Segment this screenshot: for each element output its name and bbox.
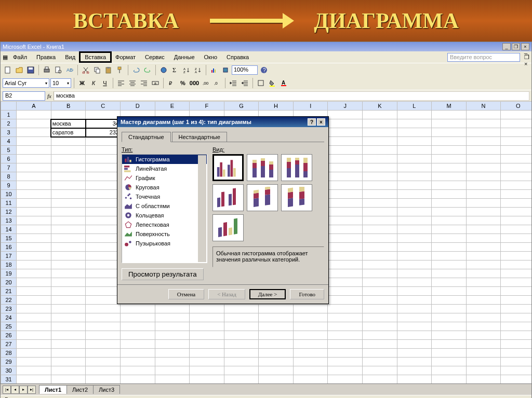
cell-F24[interactable]: [190, 313, 224, 322]
subtype-3d-stacked-column[interactable]: [247, 184, 278, 211]
tab-custom[interactable]: Нестандартные: [172, 132, 227, 142]
cell-M26[interactable]: [432, 331, 467, 340]
cell-O10[interactable]: [501, 190, 531, 199]
cell-C9[interactable]: [86, 181, 121, 190]
cell-C22[interactable]: [86, 296, 121, 305]
cell-K7[interactable]: [363, 163, 397, 172]
maximize-button[interactable]: ❐: [512, 43, 520, 50]
cell-K17[interactable]: [363, 252, 397, 260]
hyperlink-icon[interactable]: [158, 65, 169, 75]
align-center-icon[interactable]: [127, 78, 138, 88]
cell-B18[interactable]: [51, 260, 86, 269]
cell-M15[interactable]: [432, 234, 467, 243]
undo-icon[interactable]: [131, 65, 141, 75]
cell-E31[interactable]: [155, 375, 190, 384]
cell-E23[interactable]: [155, 305, 190, 313]
sheet-tab-1[interactable]: Лист1: [39, 385, 67, 394]
cell-A1[interactable]: [17, 111, 51, 119]
cell-B10[interactable]: [51, 190, 86, 199]
cell-D23[interactable]: [120, 305, 155, 313]
cell-O18[interactable]: [501, 260, 531, 269]
menu-file[interactable]: Файл: [9, 53, 31, 61]
type-bubble[interactable]: Пузырьковая: [122, 239, 207, 248]
cell-L3[interactable]: [397, 128, 432, 137]
cell-A24[interactable]: [17, 313, 51, 322]
cell-N27[interactable]: [466, 340, 501, 349]
font-size-combo[interactable]: 10: [50, 78, 71, 88]
cell-K21[interactable]: [363, 287, 397, 296]
bold-icon[interactable]: Ж: [77, 78, 87, 88]
cell-D26[interactable]: [120, 331, 155, 340]
cell-J29[interactable]: [328, 358, 363, 366]
cell-H25[interactable]: [259, 322, 294, 331]
cell-O11[interactable]: [501, 199, 531, 208]
cell-A14[interactable]: [17, 225, 51, 234]
cell-H30[interactable]: [259, 366, 294, 375]
cell-B15[interactable]: [51, 234, 86, 243]
cell-K10[interactable]: [363, 190, 397, 199]
cell-C10[interactable]: [86, 190, 121, 199]
cell-N19[interactable]: [466, 269, 501, 278]
cell-M5[interactable]: [432, 146, 467, 155]
cell-B19[interactable]: [51, 269, 86, 278]
cell-C17[interactable]: [86, 252, 121, 260]
cell-N10[interactable]: [466, 190, 501, 199]
cell-M7[interactable]: [432, 163, 467, 172]
cell-M25[interactable]: [432, 322, 467, 331]
cell-M10[interactable]: [432, 190, 467, 199]
cell-L4[interactable]: [397, 137, 432, 146]
cell-C28[interactable]: [86, 349, 121, 358]
cell-O2[interactable]: [501, 119, 531, 128]
cell-K5[interactable]: [363, 146, 397, 155]
type-histogram[interactable]: Гистограмма: [122, 155, 207, 164]
cell-J16[interactable]: [328, 243, 363, 252]
cell-O20[interactable]: [501, 278, 531, 287]
cell-H24[interactable]: [259, 313, 294, 322]
back-button[interactable]: < Назад: [208, 289, 245, 299]
cell-C14[interactable]: [86, 225, 121, 234]
inc-indent-icon[interactable]: [228, 78, 238, 88]
cell-N1[interactable]: [466, 111, 501, 119]
cell-O31[interactable]: [501, 375, 531, 384]
cell-B31[interactable]: [51, 375, 86, 384]
cell-O12[interactable]: [501, 208, 531, 216]
cell-G31[interactable]: [224, 375, 259, 384]
cell-I28[interactable]: [293, 349, 328, 358]
dialog-close-button[interactable]: ×: [317, 118, 325, 126]
cell-B17[interactable]: [51, 252, 86, 260]
cell-A18[interactable]: [17, 260, 51, 269]
cell-L16[interactable]: [397, 243, 432, 252]
cell-J21[interactable]: [328, 287, 363, 296]
cell-J3[interactable]: [328, 128, 363, 137]
cell-L21[interactable]: [397, 287, 432, 296]
cell-O29[interactable]: [501, 358, 531, 366]
cell-A19[interactable]: [17, 269, 51, 278]
cell-K14[interactable]: [363, 225, 397, 234]
cell-J2[interactable]: [328, 119, 363, 128]
tab-nav-last-icon[interactable]: ▸|: [28, 386, 36, 394]
format-painter-icon[interactable]: [115, 65, 125, 75]
cell-N6[interactable]: [466, 155, 501, 163]
menu-view[interactable]: Вид: [61, 53, 79, 61]
cell-A16[interactable]: [17, 243, 51, 252]
cell-N8[interactable]: [466, 172, 501, 181]
cell-K6[interactable]: [363, 155, 397, 163]
cell-F26[interactable]: [190, 331, 224, 340]
cell-J20[interactable]: [328, 278, 363, 287]
cell-N2[interactable]: [466, 119, 501, 128]
cell-M23[interactable]: [432, 305, 467, 313]
cell-M22[interactable]: [432, 296, 467, 305]
cell-N13[interactable]: [466, 216, 501, 225]
cell-H31[interactable]: [259, 375, 294, 384]
align-right-icon[interactable]: [139, 78, 149, 88]
cell-O1[interactable]: [501, 111, 531, 119]
cell-K26[interactable]: [363, 331, 397, 340]
cell-A12[interactable]: [17, 208, 51, 216]
cell-L26[interactable]: [397, 331, 432, 340]
menu-data[interactable]: Данные: [170, 53, 199, 61]
cell-F28[interactable]: [190, 349, 224, 358]
tab-standard[interactable]: Стандартные: [122, 132, 171, 142]
cell-J9[interactable]: [328, 181, 363, 190]
cell-A10[interactable]: [17, 190, 51, 199]
type-scatter[interactable]: Точечная: [122, 192, 207, 201]
